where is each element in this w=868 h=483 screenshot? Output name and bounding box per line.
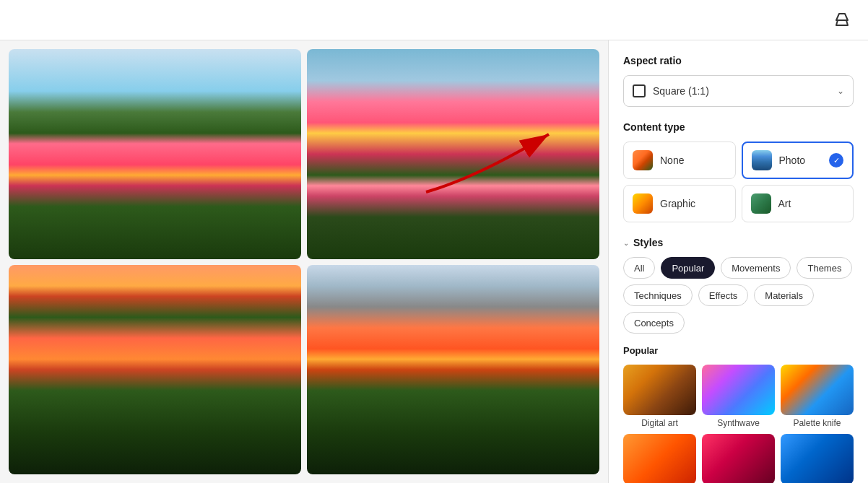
style-thumb-palette-knife[interactable]: Palette knife	[781, 365, 854, 428]
style-tags: All Popular Movements Themes Techniques …	[623, 257, 854, 334]
style-thumb-more1[interactable]	[623, 434, 696, 483]
content-type-section: Content type None Photo ✓ Graphic	[623, 121, 854, 222]
style-tag-techniques[interactable]: Techniques	[623, 284, 693, 306]
content-type-art-label: Art	[778, 198, 791, 209]
content-type-art[interactable]: Art	[742, 185, 854, 222]
style-tag-themes[interactable]: Themes	[797, 257, 852, 279]
palette-knife-label: Palette knife	[781, 418, 854, 428]
none-icon	[633, 150, 653, 170]
image-1	[9, 49, 301, 259]
photo-icon	[752, 150, 772, 170]
image-3	[9, 265, 301, 475]
image-4	[307, 265, 599, 475]
style-thumb-more3[interactable]	[781, 434, 854, 483]
style-tag-concepts[interactable]: Concepts	[623, 312, 685, 334]
style-thumb-synthwave[interactable]: Synthwave	[702, 365, 775, 428]
style-thumb-more2[interactable]	[702, 434, 775, 483]
styles-header[interactable]: ⌄ Styles	[623, 237, 854, 248]
style-tag-effects[interactable]: Effects	[698, 284, 749, 306]
styles-section: ⌄ Styles All Popular Movements Themes T	[623, 237, 854, 483]
content-type-graphic-label: Graphic	[660, 198, 695, 209]
style-tag-all[interactable]: All	[623, 257, 655, 279]
header	[0, 0, 868, 40]
content-type-photo[interactable]: Photo ✓	[742, 142, 854, 179]
palette-knife-thumbnail	[781, 365, 854, 415]
aspect-ratio-dropdown[interactable]: Square (1:1) ⌄	[623, 75, 854, 107]
more2-thumbnail	[702, 434, 775, 483]
aspect-ratio-left: Square (1:1)	[633, 84, 709, 97]
main-content: Aspect ratio Square (1:1) ⌄ Content type…	[0, 40, 868, 483]
square-aspect-icon	[633, 84, 646, 97]
digital-art-thumbnail	[623, 365, 696, 415]
image-grid	[0, 40, 608, 483]
aspect-ratio-title: Aspect ratio	[623, 55, 854, 66]
aspect-ratio-value: Square (1:1)	[653, 85, 709, 97]
flask-button[interactable]	[830, 9, 854, 32]
digital-art-label: Digital art	[623, 418, 696, 428]
chevron-left-icon: ⌄	[623, 239, 629, 247]
style-tag-movements[interactable]: Movements	[721, 257, 791, 279]
sidebar: Aspect ratio Square (1:1) ⌄ Content type…	[608, 40, 868, 483]
styles-title: Styles	[633, 237, 663, 248]
style-tag-popular[interactable]: Popular	[661, 257, 715, 279]
synthwave-label: Synthwave	[702, 418, 775, 428]
check-icon: ✓	[829, 153, 843, 167]
more3-thumbnail	[781, 434, 854, 483]
content-type-grid: None Photo ✓ Graphic Art	[623, 142, 854, 222]
aspect-ratio-section: Aspect ratio Square (1:1) ⌄	[623, 55, 854, 107]
content-type-title: Content type	[623, 121, 854, 133]
popular-label: Popular	[623, 345, 854, 356]
content-type-none-label: None	[660, 155, 684, 166]
synthwave-thumbnail	[702, 365, 775, 415]
content-type-none[interactable]: None	[623, 142, 736, 179]
style-tag-materials[interactable]: Materials	[754, 284, 814, 306]
graphic-icon	[633, 193, 653, 214]
style-thumb-digital-art[interactable]: Digital art	[623, 365, 696, 428]
image-2	[307, 49, 599, 259]
content-type-graphic[interactable]: Graphic	[623, 185, 736, 222]
content-type-photo-label: Photo	[779, 155, 806, 166]
art-icon	[751, 193, 771, 214]
chevron-down-icon: ⌄	[837, 86, 844, 96]
more1-thumbnail	[623, 434, 696, 483]
style-thumbnails: Digital art Synthwave Palette knife	[623, 365, 854, 483]
